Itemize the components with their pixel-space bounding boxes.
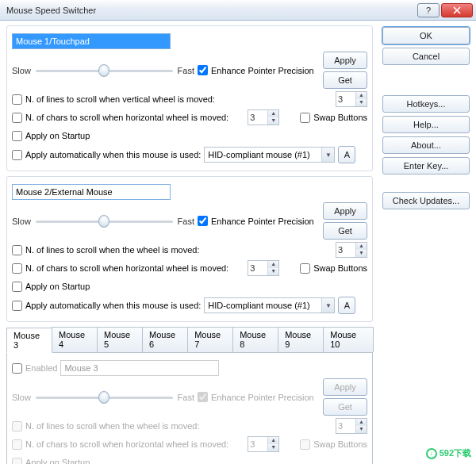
about-button[interactable]: About... (382, 136, 470, 154)
mouse1-swap-check[interactable]: Swap Buttons (300, 113, 367, 123)
mouse3-get-button: Get (323, 398, 367, 416)
tab-mouse10[interactable]: Mouse 10 (323, 327, 374, 352)
mouse2-name-input[interactable] (12, 184, 171, 200)
mouse2-lines-spinner[interactable]: 3▲▼ (336, 242, 367, 258)
mouse2-speed-slider[interactable]: Slow Fast (12, 213, 194, 229)
tab-mouse5[interactable]: Mouse 5 (97, 327, 143, 352)
tab-mouse7[interactable]: Mouse 7 (187, 327, 233, 352)
enter-key-button[interactable]: Enter Key... (382, 157, 470, 174)
mouse3-name-input[interactable] (60, 360, 219, 376)
mouse1-speed-slider[interactable]: Slow Fast (12, 63, 194, 79)
side-buttons: OK Cancel Hotkeys... Help... About... En… (382, 25, 470, 209)
mouse3-enhance-check: Enhance Pointer Precision (198, 392, 314, 402)
tab-mouse8[interactable]: Mouse 8 (232, 327, 278, 352)
watermark: ↓ 592下载 (426, 447, 471, 459)
mouse1-startup-check[interactable]: Apply on Startup (12, 131, 90, 141)
fast-label: Fast (178, 217, 194, 226)
mouse2-chars-spinner[interactable]: 3▲▼ (248, 260, 279, 276)
mouse3-chars-spinner: 3▲▼ (248, 436, 279, 452)
mouse1-chars-check[interactable]: N. of chars to scroll when horizontal wh… (12, 113, 228, 123)
mouse1-device-combo[interactable]: HID-compliant mouse (#1)▼ (204, 147, 335, 163)
mouse1-lines-check[interactable]: N. of lines to scroll when vertical whee… (12, 94, 215, 105)
mouse-tabs: Mouse 3 Mouse 4 Mouse 5 Mouse 6 Mouse 7 … (6, 327, 373, 352)
mouse2-swap-check[interactable]: Swap Buttons (300, 263, 367, 274)
ok-button[interactable]: OK (382, 27, 470, 44)
mouse2-enhance-check[interactable]: Enhance Pointer Precision (198, 216, 314, 226)
mouse2-device-combo[interactable]: HID-compliant mouse (#1)▼ (204, 297, 335, 313)
mouse3-enabled-check[interactable]: Enabled (12, 363, 57, 374)
slow-label: Slow (12, 66, 31, 75)
mouse3-apply-button: Apply (323, 378, 367, 396)
mouse3-lines-check: N. of lines to scroll when the wheel is … (12, 421, 200, 431)
help-button[interactable]: ? (417, 3, 440, 17)
slow-label: Slow (12, 217, 31, 226)
mouse1-lines-spinner[interactable]: 3▲▼ (336, 91, 367, 107)
mouse3-chars-check: N. of chars to scroll when horizontal wh… (12, 439, 228, 450)
cancel-button[interactable]: Cancel (382, 48, 470, 65)
tab-mouse9[interactable]: Mouse 9 (278, 327, 324, 352)
hotkeys-button[interactable]: Hotkeys... (382, 95, 470, 113)
window-title: Mouse Speed Switcher (6, 6, 416, 15)
mouse2-auto-check[interactable]: Apply automatically when this mouse is u… (12, 301, 201, 311)
mouse1-enhance-check[interactable]: Enhance Pointer Precision (198, 65, 314, 75)
fast-label: Fast (178, 66, 194, 75)
mouse1-auto-check[interactable]: Apply automatically when this mouse is u… (12, 150, 201, 160)
download-icon: ↓ (426, 448, 437, 459)
mouse3-panel: Enabled Slow Fast Enhance Pointer Precis… (6, 352, 373, 464)
mouse1-apply-button[interactable]: Apply (323, 52, 367, 69)
mouse2-startup-check[interactable]: Apply on Startup (12, 282, 90, 292)
check-updates-button[interactable]: Check Updates... (382, 192, 470, 209)
mouse3-startup-check: Apply on Startup (12, 458, 90, 465)
mouse1-a-button[interactable]: A (338, 146, 355, 163)
mouse1-group: Slow Fast Enhance Pointer Precision Appl… (6, 25, 373, 171)
mouse3-speed-slider: Slow Fast (12, 389, 194, 405)
tab-mouse4[interactable]: Mouse 4 (52, 327, 98, 352)
mouse1-chars-spinner[interactable]: 3▲▼ (248, 109, 279, 125)
mouse2-apply-button[interactable]: Apply (323, 202, 367, 220)
tab-mouse3[interactable]: Mouse 3 (6, 328, 52, 353)
tab-mouse6[interactable]: Mouse 6 (142, 327, 188, 352)
close-icon (453, 6, 461, 14)
mouse2-a-button[interactable]: A (338, 297, 355, 314)
mouse1-get-button[interactable]: Get (323, 71, 367, 89)
mouse1-name-input[interactable] (12, 33, 171, 49)
mouse2-get-button[interactable]: Get (323, 222, 367, 240)
mouse3-swap-check: Swap Buttons (300, 439, 367, 450)
close-button[interactable] (441, 3, 473, 17)
main-panel: Slow Fast Enhance Pointer Precision Appl… (6, 25, 373, 464)
mouse2-chars-check[interactable]: N. of chars to scroll when horizontal wh… (12, 263, 228, 274)
mouse2-lines-check[interactable]: N. of lines to scroll when the wheel is … (12, 245, 200, 255)
titlebar: Mouse Speed Switcher ? (0, 0, 476, 21)
mouse3-lines-spinner: 3▲▼ (336, 418, 367, 434)
help-button-side[interactable]: Help... (382, 116, 470, 133)
mouse2-group: Slow Fast Enhance Pointer Precision Appl… (6, 176, 373, 322)
